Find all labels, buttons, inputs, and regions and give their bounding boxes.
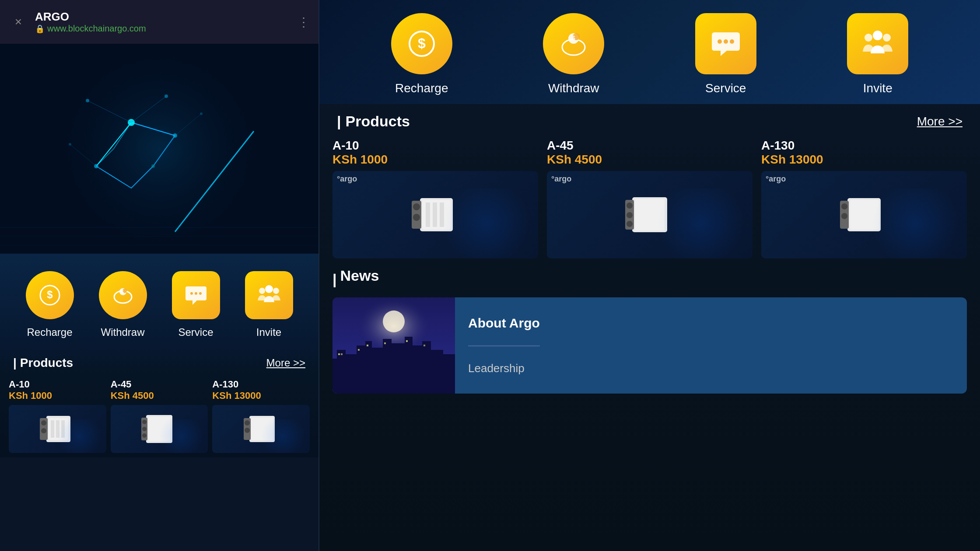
svg-point-63 [864, 34, 872, 42]
invite-label: Invite [256, 326, 281, 338]
news-image [332, 297, 455, 394]
withdraw-icon: $ [99, 271, 147, 319]
svg-point-16 [200, 112, 203, 115]
svg-rect-90 [346, 354, 357, 394]
svg-rect-91 [357, 345, 365, 394]
svg-point-33 [265, 285, 273, 293]
svg-rect-89 [337, 350, 346, 394]
svg-rect-96 [405, 337, 413, 394]
right-news-title: News [340, 267, 379, 284]
svg-point-14 [164, 94, 168, 98]
svg-point-34 [273, 288, 279, 294]
invite-icon [245, 271, 293, 319]
right-product-card-a130[interactable]: A-130 KSh 13000 °argo [761, 139, 967, 258]
svg-rect-68 [413, 203, 420, 210]
service-button[interactable]: Service [172, 271, 220, 338]
right-panel: $ Recharge $ Withdraw [318, 0, 980, 551]
right-withdraw-label: Withdraw [548, 81, 599, 95]
svg-rect-93 [372, 348, 383, 394]
right-service-label: Service [705, 81, 746, 95]
svg-text:$: $ [47, 289, 53, 300]
svg-point-29 [190, 292, 193, 295]
close-button[interactable]: × [9, 12, 28, 31]
withdraw-button[interactable]: $ Withdraw [99, 271, 147, 338]
right-recharge-button[interactable]: $ Recharge [391, 13, 452, 95]
recharge-button[interactable]: $ Recharge [26, 271, 74, 338]
news-about-argo: About Argo [468, 316, 540, 331]
svg-rect-101 [338, 353, 340, 355]
svg-point-30 [195, 292, 197, 295]
svg-point-61 [724, 39, 728, 44]
recharge-icon: $ [26, 271, 74, 319]
right-product-a130-name: A-130 [761, 139, 967, 153]
right-recharge-label: Recharge [395, 81, 448, 95]
svg-rect-37 [41, 420, 46, 425]
svg-rect-46 [142, 427, 147, 431]
right-product-a10-name: A-10 [332, 139, 538, 153]
svg-rect-76 [626, 202, 633, 209]
svg-point-64 [873, 31, 882, 40]
invite-button[interactable]: Invite [245, 271, 293, 338]
svg-text:$: $ [572, 35, 575, 42]
svg-point-13 [86, 99, 89, 102]
news-content: About Argo Leadership [455, 297, 553, 394]
product-card-a130[interactable]: A-130 KSh 13000 [212, 379, 310, 453]
right-news-section: | News [319, 263, 980, 398]
right-service-button[interactable]: Service [695, 13, 756, 95]
svg-rect-92 [365, 341, 372, 394]
browser-bar: × ARGO 🔒 www.blockchainargo.com ⋮ [0, 0, 318, 44]
right-product-a45-image: °argo [547, 171, 752, 258]
svg-rect-99 [431, 350, 443, 394]
right-product-a45-name: A-45 [547, 139, 752, 153]
right-product-a130-price: KSh 13000 [761, 153, 967, 167]
svg-rect-52 [245, 428, 250, 433]
right-service-icon [695, 13, 756, 74]
right-invite-button[interactable]: Invite [847, 13, 908, 95]
svg-rect-38 [41, 428, 46, 433]
product-card-a45[interactable]: A-45 KSh 4500 [111, 379, 208, 453]
right-product-a130-image: °argo [761, 171, 967, 258]
products-title: Products [13, 356, 73, 370]
product-a45-price: KSh 4500 [111, 390, 208, 401]
svg-point-65 [883, 34, 891, 42]
right-withdraw-button[interactable]: $ Withdraw [543, 13, 604, 95]
svg-rect-51 [245, 420, 250, 425]
svg-point-87 [383, 310, 405, 332]
product-a10-name: A-10 [9, 379, 106, 390]
right-product-a10-price: KSh 1000 [332, 153, 538, 167]
service-icon [172, 271, 220, 319]
right-product-a10-image: °argo [332, 171, 538, 258]
svg-point-60 [718, 39, 722, 44]
right-products-more-link[interactable]: More >> [917, 115, 962, 129]
url-bar: ARGO 🔒 www.blockchainargo.com [35, 10, 290, 34]
site-url: 🔒 www.blockchainargo.com [35, 24, 290, 34]
service-label: Service [178, 326, 213, 338]
product-a130-name: A-130 [212, 379, 310, 390]
product-card-a10[interactable]: A-10 KSh 1000 [9, 379, 106, 453]
right-products-title: |Products [337, 113, 410, 130]
svg-rect-107 [424, 345, 425, 346]
svg-point-62 [730, 39, 734, 44]
right-product-card-a45[interactable]: A-45 KSh 4500 °argo [547, 139, 752, 258]
more-button[interactable]: ⋮ [298, 15, 310, 29]
news-card[interactable]: About Argo Leadership [332, 297, 967, 394]
svg-point-15 [69, 143, 71, 146]
svg-rect-69 [413, 214, 420, 221]
svg-rect-104 [367, 345, 368, 346]
svg-rect-100 [443, 354, 455, 394]
product-a10-price: KSh 1000 [9, 390, 106, 401]
svg-rect-106 [406, 340, 408, 342]
left-panel: × ARGO 🔒 www.blockchainargo.com ⋮ [0, 0, 318, 551]
product-a45-name: A-45 [111, 379, 208, 390]
right-action-buttons: $ Recharge $ Withdraw [319, 0, 980, 104]
products-more-link[interactable]: More >> [266, 357, 305, 369]
right-product-card-a10[interactable]: A-10 KSh 1000 °argo [332, 139, 538, 258]
svg-rect-97 [413, 345, 422, 394]
svg-rect-71 [426, 202, 430, 227]
svg-rect-77 [626, 212, 633, 218]
svg-point-31 [199, 292, 202, 295]
withdraw-label: Withdraw [101, 326, 144, 338]
site-title: ARGO [35, 10, 290, 24]
svg-point-18 [173, 133, 177, 138]
right-withdraw-icon: $ [543, 13, 604, 74]
